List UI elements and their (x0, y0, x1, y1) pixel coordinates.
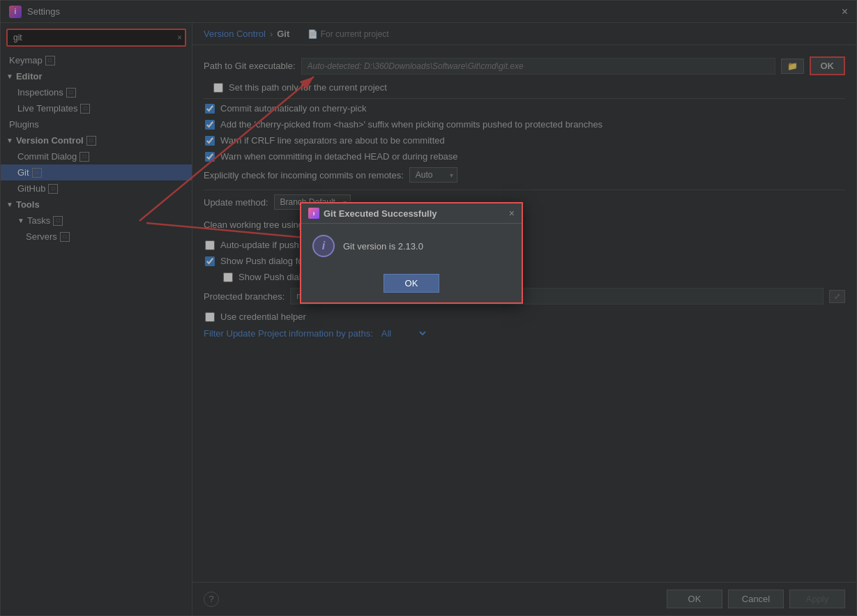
dialog-title-left: i Git Executed Successfully (308, 208, 437, 219)
dialog-close-button[interactable]: × (509, 208, 515, 219)
dialog-overlay: i Git Executed Successfully × i Git vers… (0, 0, 857, 616)
dialog-footer: OK (301, 268, 522, 302)
git-success-dialog: i Git Executed Successfully × i Git vers… (300, 202, 523, 304)
settings-window: i Settings × × Keymap □ ▼ Editor (0, 0, 857, 616)
dialog-app-icon: i (308, 208, 319, 219)
dialog-body: i Git version is 2.13.0 (301, 224, 522, 268)
dialog-title: Git Executed Successfully (324, 208, 437, 219)
dialog-title-bar: i Git Executed Successfully × (301, 203, 522, 224)
dialog-ok-button[interactable]: OK (384, 274, 440, 293)
info-icon: i (312, 235, 335, 257)
dialog-message: Git version is 2.13.0 (343, 241, 423, 252)
